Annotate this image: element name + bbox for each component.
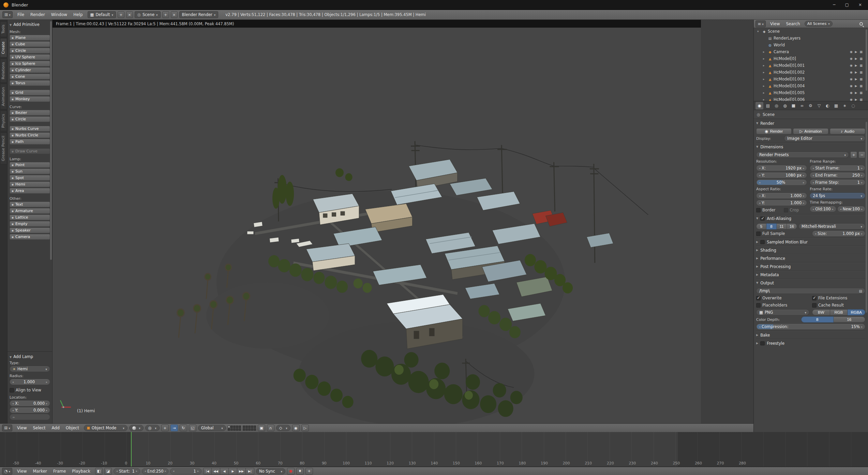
- properties-tab[interactable]: ■: [790, 102, 797, 109]
- remove-preset-button[interactable]: [858, 151, 865, 158]
- border-checkbox[interactable]: [756, 208, 761, 212]
- animation-button[interactable]: Animation: [793, 128, 828, 134]
- properties-tab[interactable]: ⚙: [807, 102, 814, 109]
- layer-toggle[interactable]: [228, 426, 230, 428]
- layer-toggle[interactable]: [230, 428, 233, 431]
- outliner-row[interactable]: ▾ ◈ Scene: [754, 28, 868, 35]
- visibility-eye-icon[interactable]: [850, 98, 853, 101]
- outliner-row[interactable]: ▸ ▲ HcModel[0].004: [754, 83, 868, 89]
- expand-icon[interactable]: ▸: [763, 77, 766, 81]
- outliner-scrollbar[interactable]: [866, 29, 867, 91]
- aa-size-field[interactable]: Size:1.000 px: [812, 231, 865, 237]
- renderability-icon[interactable]: [859, 91, 863, 94]
- renderability-icon[interactable]: [859, 71, 863, 74]
- close-icon[interactable]: [858, 2, 862, 7]
- align-to-view-checkbox[interactable]: [10, 388, 14, 392]
- viewport-editor-selector[interactable]: [2, 425, 12, 431]
- add-lamp-panel-header[interactable]: Add Lamp: [10, 354, 50, 359]
- visibility-eye-icon[interactable]: [850, 50, 853, 54]
- menu-item[interactable]: Render: [27, 11, 48, 18]
- tool-button[interactable]: Speaker: [10, 227, 50, 233]
- add-preset-button[interactable]: [850, 151, 857, 158]
- selectability-icon[interactable]: [855, 84, 857, 88]
- shelf-tab-create[interactable]: Create: [0, 38, 7, 58]
- location-y-field[interactable]: Y:0.000: [10, 407, 50, 413]
- expand-icon[interactable]: ▾: [757, 30, 761, 33]
- tool-button[interactable]: Circle: [10, 48, 50, 54]
- resolution-y-field[interactable]: Y:1080 px: [756, 172, 807, 178]
- location-x-field[interactable]: X:0.000: [10, 400, 50, 406]
- compression-slider[interactable]: Compression:15%: [756, 324, 865, 330]
- keying-set-button[interactable]: [296, 468, 304, 475]
- timeline-menu-item[interactable]: Frame: [50, 468, 69, 475]
- outliner-item-name[interactable]: HcModel[0].001: [774, 63, 805, 68]
- panel-header-metadata[interactable]: Metadata: [756, 270, 865, 279]
- outliner-row[interactable]: ▸ ▲ HcModel[0]: [754, 55, 868, 62]
- properties-tab[interactable]: ◍: [781, 102, 789, 109]
- motion-blur-checkbox[interactable]: [760, 240, 765, 244]
- play-reverse-button[interactable]: [220, 468, 229, 475]
- tool-button[interactable]: Ico Sphere: [10, 61, 50, 66]
- insert-keyframe-button[interactable]: [305, 468, 313, 475]
- renderability-icon[interactable]: [859, 64, 863, 67]
- timeline-track[interactable]: -50-40-30-20-100102030405060708090100110…: [0, 432, 868, 467]
- tool-button[interactable]: Cone: [10, 74, 50, 79]
- display-mode-dropdown[interactable]: All Scenes: [805, 21, 833, 27]
- tool-button[interactable]: Nurbs Circle: [10, 132, 50, 138]
- outliner-row[interactable]: ▤ RenderLayers: [754, 35, 868, 42]
- placeholders-checkbox[interactable]: [756, 303, 761, 308]
- orientation-dropdown[interactable]: Global: [198, 425, 226, 431]
- selectability-icon[interactable]: [855, 71, 857, 74]
- layer-toggle[interactable]: [254, 428, 256, 431]
- timeline-end-field[interactable]: End:250: [142, 468, 168, 474]
- file-extensions-checkbox[interactable]: [812, 296, 817, 300]
- layer-toggle[interactable]: [228, 428, 230, 431]
- visibility-eye-icon[interactable]: [850, 84, 853, 88]
- time-remap-old-field[interactable]: Old:100: [810, 206, 836, 212]
- outliner-item-name[interactable]: HcModel[0].005: [774, 90, 805, 95]
- outliner-row[interactable]: ◍ World: [754, 42, 868, 48]
- expand-icon[interactable]: ▸: [763, 98, 766, 101]
- delete-scene-button[interactable]: [171, 11, 178, 18]
- panel-header-sampled-motion-blur[interactable]: Sampled Motion Blur: [756, 238, 865, 246]
- shading-dropdown[interactable]: [129, 425, 144, 431]
- timeline-start-field[interactable]: Start:1: [114, 468, 140, 474]
- sync-dropdown[interactable]: No Sync: [256, 468, 285, 474]
- layer-toggle[interactable]: [245, 426, 248, 428]
- layer-toggle[interactable]: [239, 426, 241, 428]
- outliner-item-name[interactable]: HcModel[0].006: [774, 97, 805, 101]
- shelf-tab-physics[interactable]: Physics: [0, 110, 7, 131]
- layer-toggle[interactable]: [248, 428, 251, 431]
- lock-time-toggle[interactable]: [104, 468, 112, 475]
- selectability-icon[interactable]: [855, 98, 857, 101]
- panel-header-dimensions[interactable]: Dimensions: [756, 143, 865, 151]
- end-frame-field[interactable]: End Frame:250: [810, 172, 865, 178]
- color-depth-16-button[interactable]: 16: [834, 316, 866, 323]
- expand-icon[interactable]: ▸: [763, 64, 766, 67]
- add-layout-button[interactable]: [118, 11, 124, 18]
- properties-tab[interactable]: ◎: [773, 102, 780, 109]
- info-editor-selector[interactable]: [2, 11, 13, 18]
- resolution-percentage-slider[interactable]: 50%: [756, 179, 807, 185]
- renderability-icon[interactable]: [859, 84, 863, 88]
- renderability-icon[interactable]: [859, 50, 863, 54]
- minimize-icon[interactable]: [833, 2, 835, 7]
- time-remap-new-field[interactable]: New:100: [837, 206, 865, 212]
- layer-toggle[interactable]: [254, 426, 256, 428]
- tool-button[interactable]: Camera: [10, 234, 50, 240]
- scale-manipulator-button[interactable]: [189, 425, 196, 431]
- display-dropdown[interactable]: Image Editor: [784, 135, 865, 142]
- layer-toggle[interactable]: [236, 428, 238, 431]
- visibility-eye-icon[interactable]: [850, 91, 853, 94]
- outliner-menu-item[interactable]: Search: [783, 20, 803, 27]
- tool-button[interactable]: Plane: [10, 35, 50, 41]
- panel-header-bake[interactable]: Bake: [756, 331, 865, 339]
- tool-button[interactable]: Grid: [10, 90, 50, 95]
- tool-button[interactable]: Spot: [10, 175, 50, 181]
- panel-header-anti-aliasing[interactable]: Anti-Aliasing: [756, 214, 865, 222]
- menu-item[interactable]: Help: [70, 11, 86, 18]
- properties-tab[interactable]: ▽: [815, 102, 823, 109]
- timeline-editor-selector[interactable]: [2, 468, 12, 475]
- viewport-scene[interactable]: [53, 28, 701, 424]
- properties-tab[interactable]: ∞: [798, 102, 806, 109]
